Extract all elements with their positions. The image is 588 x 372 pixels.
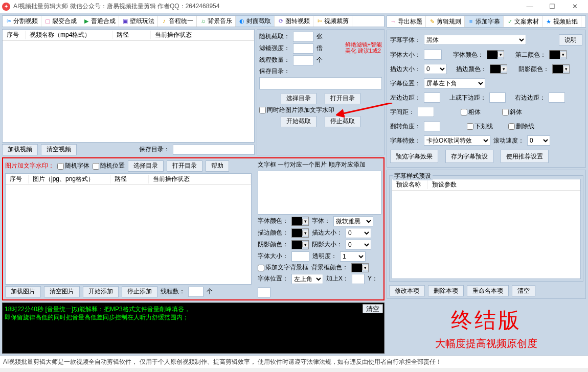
tab-图转视频[interactable]: ⟳图转视频 <box>275 16 313 27</box>
clear-log-button[interactable]: 清空 <box>363 304 383 313</box>
rand-pos-checkbox-label[interactable]: 随机位置 <box>93 161 125 170</box>
rand-pos-checkbox[interactable] <box>93 163 99 170</box>
image-table[interactable]: 序号 图片（jpg、png格式） 路径 当前操作状态 <box>5 173 252 285</box>
wm-strokesize-select[interactable]: 0 <box>346 228 371 238</box>
thread-input[interactable] <box>293 55 313 65</box>
bold-checkbox-label[interactable]: 粗体 <box>461 108 481 117</box>
sub-fontcolor-picker[interactable]: ▾ <box>487 50 504 59</box>
load-image-button[interactable]: 加载图片 <box>5 286 41 297</box>
tab-剪辑规则[interactable]: ✎剪辑规则 <box>426 16 465 27</box>
use-recommended-button[interactable]: 使用推荐设置 <box>501 150 549 163</box>
tab-壁纸玩法[interactable]: ▣壁纸玩法 <box>119 16 158 27</box>
select-dir-button[interactable]: 选择目录 <box>281 93 316 104</box>
sub-left-input[interactable] <box>424 92 440 103</box>
underline-checkbox[interactable] <box>467 123 473 130</box>
sub-strokecolor-picker[interactable]: ▾ <box>490 64 507 74</box>
bold-checkbox[interactable] <box>461 109 467 115</box>
sub-speed-select[interactable]: 0 <box>527 135 550 146</box>
sub-color2-picker[interactable]: ▾ <box>549 50 567 59</box>
preset-table[interactable]: 预设名称 预设参数 <box>392 179 581 279</box>
wm-bg-checkbox-label[interactable]: 添加文字背景框 <box>258 263 308 272</box>
tab-视频贴纸[interactable]: ★视频贴纸 <box>542 16 581 27</box>
help-button[interactable]: 帮助 <box>206 160 229 172</box>
stop-capture-button[interactable]: 停止截取 <box>325 116 360 127</box>
wm-thread-input[interactable] <box>188 287 203 297</box>
tab-背景音乐[interactable]: ♫背景音乐 <box>197 16 236 27</box>
preview-subtitle-button[interactable]: 预览字幕效果 <box>390 150 438 163</box>
strike-checkbox[interactable] <box>508 123 515 130</box>
save-preset-button[interactable]: 存为字幕预设 <box>445 150 493 163</box>
sub-right-input[interactable] <box>549 92 565 103</box>
tab-文案素材[interactable]: ✓文案素材 <box>504 16 542 27</box>
watermark-textarea[interactable] <box>258 171 381 215</box>
tab-视频裁剪[interactable]: ✄视频裁剪 <box>313 16 352 27</box>
wm-strokecolor-picker[interactable]: ▾ <box>291 228 309 238</box>
preset-col-params: 预设参数 <box>428 180 580 189</box>
tab-封面截取[interactable]: ◐封面截取 <box>236 16 275 27</box>
wm-fontsize-input[interactable] <box>291 251 309 262</box>
open-dir-button[interactable]: 打开目录 <box>325 93 360 104</box>
wm-open-dir-button[interactable]: 打开目录 <box>167 160 202 172</box>
modify-item-button[interactable]: 修改本项 <box>389 285 425 296</box>
sub-top-input[interactable] <box>489 92 506 103</box>
wm-opacity-select[interactable]: 1 <box>340 251 366 262</box>
start-capture-button[interactable]: 开始截取 <box>281 116 316 127</box>
tab-普通合成[interactable]: ▶普通合成 <box>80 16 119 27</box>
tab-音程统一[interactable]: ♪音程统一 <box>158 16 197 27</box>
filter-input[interactable] <box>293 43 313 54</box>
sub-color2-label: 第二颜色： <box>515 51 546 59</box>
italic-checkbox[interactable] <box>502 109 509 115</box>
wm-fontcolor-picker[interactable]: ▾ <box>291 217 309 226</box>
cap-save-input[interactable] <box>259 77 382 89</box>
save-dir-input[interactable] <box>173 145 255 155</box>
wm-select-dir-button[interactable]: 选择目录 <box>128 160 164 172</box>
clear-image-button[interactable]: 清空图片 <box>44 286 80 297</box>
sub-strokesize-select[interactable]: 0 <box>424 64 447 74</box>
load-video-button[interactable]: 加载视频 <box>2 144 38 155</box>
clear-preset-button[interactable]: 清空 <box>512 285 535 296</box>
sub-shadowcolor-picker[interactable]: ▾ <box>552 64 570 74</box>
close-button[interactable]: ✕ <box>563 0 586 13</box>
strike-checkbox-label[interactable]: 删除线 <box>508 122 534 131</box>
watermark-checkbox[interactable] <box>259 107 266 113</box>
tab-添加字幕[interactable]: ≡添加字幕 <box>465 16 504 27</box>
sub-fx-select[interactable]: 卡拉OK歌词特效 <box>424 135 490 146</box>
tab-裂变合成[interactable]: ▢裂变合成 <box>41 16 80 27</box>
underline-checkbox-label[interactable]: 下划线 <box>467 122 493 131</box>
brand-banner: 终结版 大幅度提高视频原创度 <box>387 301 586 354</box>
watermark-checkbox-label[interactable]: 同时给图片添加文字水印 <box>259 106 334 114</box>
clear-video-button[interactable]: 清空视频 <box>41 144 77 155</box>
rand-font-checkbox-label[interactable]: 随机字体 <box>57 161 89 170</box>
sub-pos-select[interactable]: 屏幕左下角 <box>424 78 485 88</box>
sub-rotate-input[interactable] <box>424 121 440 131</box>
maximize-button[interactable]: ☐ <box>541 0 563 13</box>
sub-size-input[interactable] <box>424 50 442 60</box>
stop-add-button[interactable]: 停止添加 <box>122 286 157 297</box>
tab-icon: ✓ <box>507 18 513 25</box>
tab-导出标题[interactable]: →导出标题 <box>387 16 426 27</box>
video-table[interactable]: 序号 视频名称（mp4格式） 路径 当前操作状态 <box>2 29 255 143</box>
wm-bg-checkbox[interactable] <box>258 265 264 271</box>
wm-y-input[interactable] <box>258 287 270 297</box>
sub-spacing-label: 字间距： <box>390 108 415 117</box>
rename-item-button[interactable]: 重命名本项 <box>467 285 509 296</box>
italic-checkbox-label[interactable]: 斜体 <box>502 108 522 117</box>
wm-shadowsize-select[interactable]: 0 <box>346 240 371 250</box>
wm-x-input[interactable] <box>352 274 365 284</box>
start-add-button[interactable]: 开始添加 <box>83 286 119 297</box>
tab-分割视频[interactable]: ✂分割视频 <box>3 16 41 27</box>
sub-font-select[interactable]: 黑体 <box>424 35 526 45</box>
rand-count-input[interactable] <box>293 32 313 42</box>
sub-shadowcolor-label: 阴影颜色： <box>518 65 549 74</box>
explain-button[interactable]: 说明 <box>559 34 582 45</box>
delete-item-button[interactable]: 删除本项 <box>428 285 464 296</box>
wm-font-select[interactable]: 微软雅黑 <box>333 216 373 226</box>
minimize-button[interactable]: — <box>518 0 541 13</box>
wm-bgcolor-picker[interactable]: ▾ <box>351 263 369 272</box>
wm-pos-select[interactable]: 左上角 <box>291 274 323 284</box>
tab-icon: ♪ <box>161 18 167 24</box>
svg-line-0 <box>341 103 392 114</box>
wm-shadowcolor-picker[interactable]: ▾ <box>291 240 309 249</box>
rand-font-checkbox[interactable] <box>57 163 64 170</box>
sub-spacing-input[interactable] <box>418 107 434 117</box>
